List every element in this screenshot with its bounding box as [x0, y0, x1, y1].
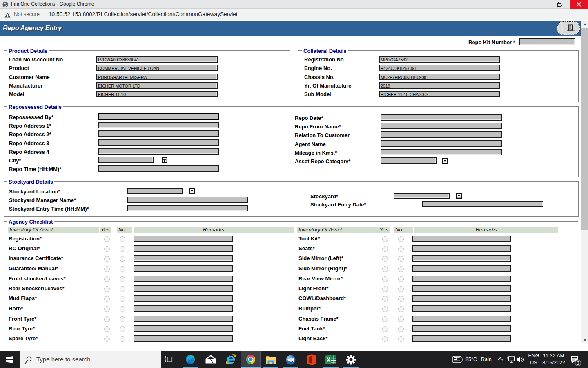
- svg-text:3: 3: [577, 361, 579, 366]
